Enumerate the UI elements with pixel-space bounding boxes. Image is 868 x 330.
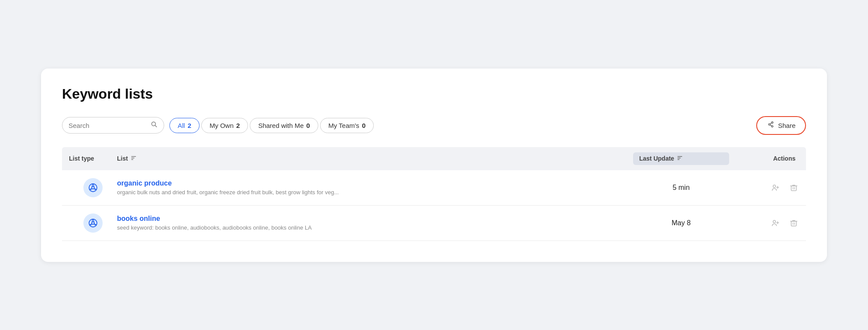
filter-count: 0 [307, 122, 310, 129]
svg-rect-24 [791, 186, 796, 190]
svg-point-28 [89, 219, 97, 227]
filter-tabs: All 2My Own 2Shared with Me 0My Team's 0 [169, 118, 374, 133]
svg-line-1 [155, 125, 157, 127]
share-user-button[interactable] [770, 182, 781, 193]
list-info: organic produce organic bulk nuts and dr… [117, 179, 633, 196]
row-actions [729, 218, 799, 228]
filter-tab-my-own[interactable]: My Own 2 [201, 118, 248, 133]
row-actions [729, 182, 799, 193]
list-name[interactable]: books online [117, 215, 633, 223]
last-update-sort-icon [677, 155, 683, 162]
list-name[interactable]: organic produce [117, 179, 633, 187]
filter-label: Shared with Me [258, 122, 303, 129]
list-keywords: seed keyword: books online, audiobooks, … [117, 224, 633, 231]
svg-line-6 [770, 124, 772, 126]
search-icon [151, 121, 158, 130]
filter-count: 0 [362, 122, 365, 129]
table-container: List type List Last Update [62, 147, 806, 241]
svg-line-35 [90, 225, 92, 225]
last-update: 5 min [633, 184, 729, 192]
share-user-button[interactable] [770, 218, 781, 228]
share-button[interactable]: Share [756, 116, 806, 135]
col-header-list-type: List type [69, 155, 117, 162]
filter-tab-my-team's[interactable]: My Team's 0 [320, 118, 374, 133]
svg-rect-39 [791, 221, 796, 226]
list-icon-wrap [69, 178, 117, 197]
svg-point-14 [92, 186, 94, 189]
table-row: books online seed keyword: books online,… [62, 206, 806, 241]
svg-line-5 [770, 123, 772, 124]
share-label: Share [778, 122, 796, 129]
filter-count: 2 [188, 122, 191, 129]
col-header-actions: Actions [729, 155, 799, 162]
table-header: List type List Last Update [62, 147, 806, 170]
main-card: Keyword lists All 2My Own 2Shared with M… [41, 69, 827, 262]
svg-point-4 [772, 125, 773, 127]
filter-tab-all[interactable]: All 2 [169, 118, 200, 133]
page-title: Keyword lists [62, 86, 806, 102]
list-type-icon [83, 213, 103, 233]
svg-point-3 [772, 121, 773, 123]
share-icon [767, 120, 775, 131]
svg-point-13 [89, 184, 97, 192]
list-type-icon [83, 178, 103, 197]
toolbar: All 2My Own 2Shared with Me 0My Team's 0… [62, 116, 806, 135]
svg-point-36 [773, 220, 776, 223]
svg-line-20 [90, 189, 92, 190]
search-input[interactable] [69, 122, 147, 129]
delete-button[interactable] [789, 218, 799, 228]
filter-label: My Team's [328, 122, 359, 129]
toolbar-left: All 2My Own 2Shared with Me 0My Team's 0 [62, 117, 374, 134]
col-header-list: List [117, 155, 633, 162]
filter-count: 2 [236, 122, 240, 129]
list-sort-icon[interactable] [131, 155, 137, 162]
table-body: organic produce organic bulk nuts and dr… [62, 170, 806, 241]
filter-tab-shared-with-me[interactable]: Shared with Me 0 [250, 118, 318, 133]
list-keywords: organic bulk nuts and dried fruit, organ… [117, 189, 633, 196]
search-box [62, 117, 164, 134]
filter-label: My Own [210, 122, 234, 129]
list-info: books online seed keyword: books online,… [117, 215, 633, 231]
svg-point-29 [92, 222, 94, 224]
svg-point-21 [773, 185, 776, 187]
table-row: organic produce organic bulk nuts and dr… [62, 170, 806, 206]
svg-point-2 [768, 124, 770, 125]
col-header-last-update[interactable]: Last Update [633, 152, 729, 165]
list-icon-wrap [69, 213, 117, 233]
svg-line-18 [94, 189, 96, 190]
filter-label: All [178, 122, 185, 129]
delete-button[interactable] [789, 182, 799, 193]
svg-line-33 [94, 225, 96, 225]
last-update: May 8 [633, 219, 729, 227]
